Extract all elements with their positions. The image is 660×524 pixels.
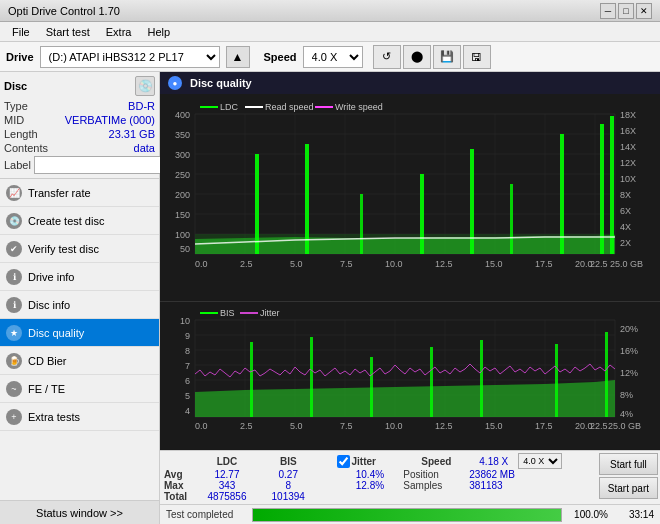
nav-disc-info[interactable]: ℹ Disc info bbox=[0, 291, 159, 319]
avg-label: Avg bbox=[164, 469, 194, 480]
status-text: Test completed bbox=[166, 509, 246, 520]
svg-rect-23 bbox=[420, 174, 424, 254]
svg-text:20%: 20% bbox=[620, 324, 638, 334]
nav-transfer-rate[interactable]: 📈 Transfer rate bbox=[0, 179, 159, 207]
svg-text:4X: 4X bbox=[620, 222, 631, 232]
speed-select[interactable]: 4.0 X bbox=[303, 46, 363, 68]
bottom-chart: 10 9 8 7 6 5 4 20% 16% 12% 8% 4% 0.0 bbox=[160, 302, 660, 450]
svg-text:12.5: 12.5 bbox=[435, 421, 453, 431]
extra-tests-icon: + bbox=[6, 409, 22, 425]
nav-fe-te-label: FE / TE bbox=[28, 383, 65, 395]
menu-extra[interactable]: Extra bbox=[98, 24, 140, 40]
max-jitter: 12.8% bbox=[337, 480, 404, 491]
svg-text:8X: 8X bbox=[620, 190, 631, 200]
action-btn-1[interactable]: ↺ bbox=[373, 45, 401, 69]
nav-create-test-disc[interactable]: 💿 Create test disc bbox=[0, 207, 159, 235]
nav-disc-info-label: Disc info bbox=[28, 299, 70, 311]
jitter-checkbox[interactable] bbox=[337, 455, 350, 468]
bottom-chart-svg: 10 9 8 7 6 5 4 20% 16% 12% 8% 4% 0.0 bbox=[160, 302, 660, 450]
nav-transfer-rate-label: Transfer rate bbox=[28, 187, 91, 199]
disc-info-icon: ℹ bbox=[6, 297, 22, 313]
nav-disc-quality[interactable]: ★ Disc quality bbox=[0, 319, 159, 347]
svg-text:10X: 10X bbox=[620, 174, 636, 184]
status-window-button[interactable]: Status window >> bbox=[0, 500, 159, 524]
svg-rect-28 bbox=[610, 116, 614, 254]
action-btn-3[interactable]: 💾 bbox=[433, 45, 461, 69]
top-chart-svg: 400 350 300 250 200 150 100 50 18X 16X 1… bbox=[160, 94, 660, 301]
eject-button[interactable]: ▲ bbox=[226, 46, 250, 68]
progress-section: Test completed 100.0% 33:14 bbox=[160, 504, 660, 524]
close-button[interactable]: ✕ bbox=[636, 3, 652, 19]
nav-fe-te[interactable]: ~ FE / TE bbox=[0, 375, 159, 403]
action-btn-2[interactable]: ⬤ bbox=[403, 45, 431, 69]
window-controls: ─ □ ✕ bbox=[600, 3, 652, 19]
disc-label-input[interactable] bbox=[34, 156, 167, 174]
nav-cd-bier[interactable]: 🍺 CD Bier bbox=[0, 347, 159, 375]
menu-help[interactable]: Help bbox=[139, 24, 178, 40]
cd-bier-icon: 🍺 bbox=[6, 353, 22, 369]
nav-verify-test-disc-label: Verify test disc bbox=[28, 243, 99, 255]
svg-rect-25 bbox=[510, 184, 513, 254]
jitter-header: Jitter bbox=[352, 456, 376, 467]
nav-verify-test-disc[interactable]: ✔ Verify test disc bbox=[0, 235, 159, 263]
maximize-button[interactable]: □ bbox=[618, 3, 634, 19]
svg-text:Jitter: Jitter bbox=[260, 308, 280, 318]
disc-mid-row: MID VERBATIMe (000) bbox=[4, 114, 155, 126]
nav-drive-info[interactable]: ℹ Drive info bbox=[0, 263, 159, 291]
speed-unit-select[interactable]: 4.0 X bbox=[518, 453, 562, 469]
speed-label: Speed bbox=[264, 51, 297, 63]
stats-table: LDC BIS Jitter Speed 4.18 X bbox=[164, 453, 593, 502]
svg-text:10.0: 10.0 bbox=[385, 259, 403, 269]
chart-header: ● Disc quality bbox=[160, 72, 660, 94]
jitter-checkbox-cell: Jitter bbox=[337, 453, 404, 469]
menu-file[interactable]: File bbox=[4, 24, 38, 40]
disc-eject-icon[interactable]: 💿 bbox=[135, 76, 155, 96]
samples-label: Samples bbox=[403, 480, 469, 491]
disc-label-label: Label bbox=[4, 159, 31, 171]
nav-extra-tests[interactable]: + Extra tests bbox=[0, 403, 159, 431]
svg-text:10: 10 bbox=[180, 316, 190, 326]
svg-text:0.0: 0.0 bbox=[195, 421, 208, 431]
disc-contents-row: Contents data bbox=[4, 142, 155, 154]
nav-create-test-disc-label: Create test disc bbox=[28, 215, 104, 227]
svg-text:10.0: 10.0 bbox=[385, 421, 403, 431]
svg-text:2.5: 2.5 bbox=[240, 421, 253, 431]
stats-avg-row: Avg 12.77 0.27 10.4% Position 23862 MB bbox=[164, 469, 593, 480]
disc-length-value: 23.31 GB bbox=[109, 128, 155, 140]
window-title: Opti Drive Control 1.70 bbox=[8, 5, 120, 17]
status-window-label: Status window >> bbox=[36, 507, 123, 519]
nav-disc-quality-label: Disc quality bbox=[28, 327, 84, 339]
drive-select[interactable]: (D:) ATAPI iHBS312 2 PL17 bbox=[40, 46, 220, 68]
svg-text:16%: 16% bbox=[620, 346, 638, 356]
speed-header: Speed bbox=[403, 453, 469, 469]
start-part-button[interactable]: Start part bbox=[599, 477, 658, 499]
minimize-button[interactable]: ─ bbox=[600, 3, 616, 19]
menu-bar: File Start test Extra Help bbox=[0, 22, 660, 42]
action-btn-4[interactable]: 🖫 bbox=[463, 45, 491, 69]
svg-rect-87 bbox=[605, 332, 608, 417]
svg-text:300: 300 bbox=[175, 150, 190, 160]
disc-mid-label: MID bbox=[4, 114, 24, 126]
svg-text:Read speed: Read speed bbox=[265, 102, 314, 112]
svg-text:150: 150 bbox=[175, 210, 190, 220]
start-full-button[interactable]: Start full bbox=[599, 453, 658, 475]
total-bis: 101394 bbox=[260, 491, 317, 502]
svg-rect-21 bbox=[305, 144, 309, 254]
top-chart: 400 350 300 250 200 150 100 50 18X 16X 1… bbox=[160, 94, 660, 302]
svg-text:7: 7 bbox=[185, 361, 190, 371]
svg-text:Write speed: Write speed bbox=[335, 102, 383, 112]
svg-text:17.5: 17.5 bbox=[535, 259, 553, 269]
svg-rect-86 bbox=[555, 344, 558, 417]
svg-rect-84 bbox=[430, 347, 433, 417]
avg-ldc: 12.77 bbox=[194, 469, 260, 480]
menu-start-test[interactable]: Start test bbox=[38, 24, 98, 40]
avg-bis: 0.27 bbox=[260, 469, 317, 480]
svg-text:250: 250 bbox=[175, 170, 190, 180]
total-ldc: 4875856 bbox=[194, 491, 260, 502]
disc-contents-value: data bbox=[134, 142, 155, 154]
svg-text:17.5: 17.5 bbox=[535, 421, 553, 431]
chart-title: Disc quality bbox=[190, 77, 252, 89]
svg-text:400: 400 bbox=[175, 110, 190, 120]
max-bis: 8 bbox=[260, 480, 317, 491]
stats-table-container: LDC BIS Jitter Speed 4.18 X bbox=[160, 451, 597, 504]
